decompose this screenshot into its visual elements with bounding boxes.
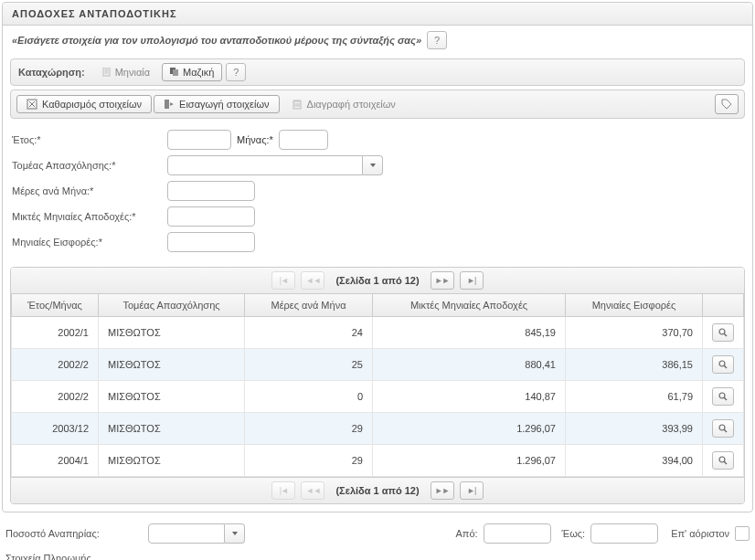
- from-input[interactable]: [484, 523, 551, 544]
- svg-point-23: [719, 457, 725, 462]
- gross-input[interactable]: [167, 206, 255, 227]
- cell-days: 29: [245, 445, 373, 477]
- magnify-icon: [718, 328, 728, 337]
- chevron-down-icon: [369, 162, 377, 169]
- to-label: Έως:: [562, 528, 586, 539]
- cell-contrib: 394,00: [566, 445, 703, 477]
- tag-icon: [721, 99, 732, 110]
- magnify-icon: [718, 424, 728, 433]
- delete-label: Διαγραφή στοιχείων: [307, 99, 396, 110]
- row-view-button[interactable]: [712, 419, 734, 438]
- row-view-button[interactable]: [712, 451, 734, 470]
- cell-yearmonth: 2004/1: [12, 445, 99, 477]
- magnify-icon: [718, 392, 728, 401]
- cell-contrib: 386,15: [566, 349, 703, 381]
- cell-gross: 845,19: [373, 317, 566, 349]
- cell-gross: 140,87: [373, 381, 566, 413]
- pager-next-button-b[interactable]: ►►: [431, 481, 454, 500]
- cell-sector: ΜΙΣΘΩΤΟΣ: [99, 349, 245, 381]
- entry-monthly-label: Μηνιαία: [115, 67, 150, 78]
- svg-rect-9: [165, 100, 169, 109]
- pager-prev-button[interactable]: ◄◄: [301, 271, 324, 290]
- cell-sector: ΜΙΣΘΩΤΟΣ: [99, 381, 245, 413]
- stack-icon: [170, 68, 179, 77]
- table-row: 2004/1ΜΙΣΘΩΤΟΣ291.296,07394,00: [12, 445, 744, 477]
- sector-combo[interactable]: [167, 155, 383, 175]
- disability-input[interactable]: [148, 523, 225, 544]
- cell-days: 29: [245, 413, 373, 445]
- bottom-form: Ποσοστό Αναπηρίας: Από: Έως: Επ' αόριστο…: [0, 514, 755, 560]
- cell-sector: ΜΙΣΘΩΤΟΣ: [99, 413, 245, 445]
- month-input[interactable]: [279, 130, 328, 150]
- to-input[interactable]: [590, 523, 658, 544]
- col-contrib[interactable]: Μηνιαίες Εισφορές: [566, 294, 703, 317]
- sector-input[interactable]: [167, 155, 363, 175]
- year-label: Έτος:*: [12, 134, 167, 145]
- pager-top: |◄ ◄◄ (Σελίδα 1 από 12) ►► ►|: [11, 268, 744, 294]
- svg-point-17: [719, 361, 725, 366]
- clear-button[interactable]: Καθαρισμός στοιχείων: [16, 95, 152, 113]
- cell-action: [703, 413, 744, 445]
- help-button[interactable]: ?: [427, 31, 447, 49]
- pager-first-button[interactable]: |◄: [271, 271, 295, 290]
- cell-sector: ΜΙΣΘΩΤΟΣ: [99, 445, 245, 477]
- row-view-button[interactable]: [712, 387, 734, 406]
- pager-last-button[interactable]: ►|: [460, 271, 484, 290]
- col-gross[interactable]: Μικτές Μηνιαίες Αποδοχές: [373, 294, 566, 317]
- cell-days: 0: [245, 381, 373, 413]
- col-sector[interactable]: Τομέας Απασχόλησης: [99, 294, 245, 317]
- cell-yearmonth: 2002/2: [12, 349, 99, 381]
- row-view-button[interactable]: [712, 323, 734, 342]
- sector-label: Τομέας Απασχόλησης:*: [12, 160, 167, 171]
- pager-text-b: (Σελίδα 1 από 12): [335, 485, 419, 496]
- col-yearmonth[interactable]: Έτος/Μήνας: [12, 294, 99, 317]
- cell-action: [703, 317, 744, 349]
- pager-first-button-b[interactable]: |◄: [271, 481, 295, 500]
- entry-help-button[interactable]: ?: [226, 63, 246, 81]
- subtitle-text: «Εισάγετε στοιχεία για τον υπολογισμό το…: [12, 35, 421, 46]
- sector-dropdown-button[interactable]: [363, 155, 383, 175]
- toolbar-end-button[interactable]: [715, 94, 739, 114]
- svg-rect-5: [173, 69, 178, 76]
- cell-days: 25: [245, 349, 373, 381]
- import-button[interactable]: Εισαγωγή στοιχείων: [154, 95, 279, 113]
- table-row: 2003/12ΜΙΣΘΩΤΟΣ291.296,07393,99: [12, 413, 744, 445]
- cell-yearmonth: 2002/1: [12, 317, 99, 349]
- col-days[interactable]: Μέρες ανά Μήνα: [245, 294, 373, 317]
- pager-last-button-b[interactable]: ►|: [460, 481, 484, 500]
- cell-action: [703, 349, 744, 381]
- cell-action: [703, 381, 744, 413]
- delete-button[interactable]: Διαγραφή στοιχείων: [282, 95, 406, 113]
- pager-text: (Σελίδα 1 από 12): [335, 275, 419, 286]
- gross-label: Μικτές Μηνιαίες Αποδοχές:*: [12, 211, 167, 222]
- clear-icon: [27, 99, 37, 110]
- svg-line-16: [724, 333, 727, 336]
- svg-line-20: [724, 397, 727, 400]
- pager-bottom: |◄ ◄◄ (Σελίδα 1 από 12) ►► ►|: [11, 477, 744, 503]
- pager-prev-button-b[interactable]: ◄◄: [301, 481, 324, 500]
- import-label: Εισαγωγή στοιχείων: [179, 99, 269, 110]
- row-view-button[interactable]: [712, 355, 734, 374]
- year-input[interactable]: [167, 130, 231, 150]
- cell-action: [703, 445, 744, 477]
- days-input[interactable]: [167, 181, 255, 201]
- contrib-input[interactable]: [167, 232, 255, 252]
- cell-yearmonth: 2002/2: [12, 381, 99, 413]
- svg-line-18: [724, 365, 727, 368]
- disability-dropdown-button[interactable]: [225, 523, 245, 544]
- pager-next-button[interactable]: ►►: [431, 271, 454, 290]
- svg-line-22: [724, 429, 727, 432]
- table-row: 2002/2ΜΙΣΘΩΤΟΣ0140,8761,79: [12, 381, 744, 413]
- form-area: Έτος:* Μήνας:* Τομέας Απασχόλησης:* Μέρε…: [3, 126, 752, 267]
- entry-bulk-button[interactable]: Μαζική: [162, 63, 222, 81]
- cell-days: 24: [245, 317, 373, 349]
- col-action: [703, 294, 744, 317]
- disability-combo[interactable]: [148, 523, 245, 544]
- table-row: 2002/2ΜΙΣΘΩΤΟΣ25880,41386,15: [12, 349, 744, 381]
- svg-point-21: [719, 425, 725, 430]
- document-icon: [102, 68, 112, 77]
- clear-label: Καθαρισμός στοιχείων: [42, 99, 142, 110]
- indef-checkbox[interactable]: [735, 526, 750, 541]
- entry-monthly-button[interactable]: Μηνιαία: [94, 63, 158, 81]
- cell-sector: ΜΙΣΘΩΤΟΣ: [99, 317, 245, 349]
